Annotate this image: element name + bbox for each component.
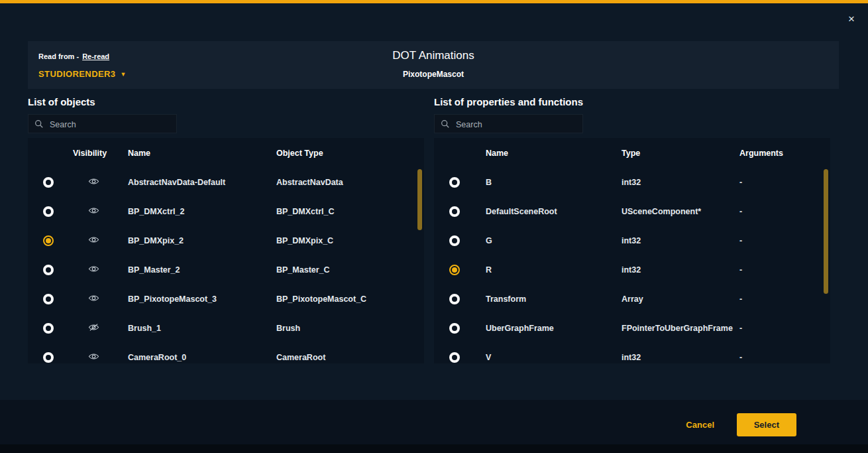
property-arguments: - xyxy=(739,324,830,333)
object-type: BP_PixotopeMascot_C xyxy=(276,294,424,304)
visibility-eye-icon[interactable] xyxy=(88,177,99,188)
table-row[interactable]: BP_Master_2BP_Master_C xyxy=(28,255,424,285)
row-select-radio[interactable] xyxy=(449,352,460,363)
property-name: B xyxy=(486,178,622,187)
objects-search-box xyxy=(28,114,177,133)
row-select-radio[interactable] xyxy=(43,352,54,363)
object-name: CameraRoot_0 xyxy=(128,353,276,362)
row-select-radio[interactable] xyxy=(449,177,460,188)
property-name: Transform xyxy=(486,294,622,304)
property-type: int32 xyxy=(622,353,739,362)
visibility-eye-icon[interactable] xyxy=(88,352,99,363)
table-row[interactable]: Brush_1Brush xyxy=(28,314,424,343)
visibility-eye-off-icon[interactable] xyxy=(88,323,99,334)
close-icon[interactable]: × xyxy=(844,12,859,27)
table-row[interactable]: Vint32- xyxy=(434,343,830,363)
object-type: AbstractNavData xyxy=(276,178,424,187)
objects-table-body: AbstractNavData-DefaultAbstractNavDataBP… xyxy=(28,168,424,363)
visibility-eye-icon[interactable] xyxy=(88,206,99,217)
dialog-subtitle: PixotopeMascot xyxy=(28,70,839,79)
property-name: V xyxy=(486,353,622,362)
object-name: BP_DMXctrl_2 xyxy=(128,207,276,216)
property-arguments: - xyxy=(739,178,830,187)
table-row[interactable]: Bint32- xyxy=(434,168,830,197)
table-row[interactable]: BP_PixotopeMascot_3BP_PixotopeMascot_C xyxy=(28,285,424,314)
table-row[interactable]: UberGraphFrameFPointerToUberGraphFrame- xyxy=(434,314,830,343)
property-arguments: - xyxy=(739,294,830,304)
property-name: UberGraphFrame xyxy=(486,324,622,333)
objects-table: Visibility Name Object Type AbstractNavD… xyxy=(28,138,424,363)
property-arguments: - xyxy=(739,353,830,362)
dialog-title-wrap: DOT Animations PixotopeMascot xyxy=(28,49,839,79)
dialog-header: Read from -Re-read STUDIORENDER3▼ DOT An… xyxy=(28,41,839,89)
table-row[interactable]: DefaultSceneRootUSceneComponent*- xyxy=(434,197,830,226)
property-arguments: - xyxy=(739,265,830,275)
property-arguments: - xyxy=(739,207,830,216)
object-type: BP_Master_C xyxy=(276,265,424,275)
column-header-visibility: Visibility xyxy=(73,149,128,158)
row-select-radio[interactable] xyxy=(43,235,54,246)
window-bottom-edge xyxy=(0,444,868,453)
column-header-type: Type xyxy=(622,149,739,158)
object-name: BP_Master_2 xyxy=(128,265,276,275)
row-select-radio[interactable] xyxy=(449,265,460,275)
select-button[interactable]: Select xyxy=(737,413,796,436)
column-header-arguments: Arguments xyxy=(739,149,830,158)
object-type: BP_DMXpix_C xyxy=(276,236,424,245)
properties-table: Name Type Arguments Bint32-DefaultSceneR… xyxy=(434,138,830,363)
row-select-radio[interactable] xyxy=(43,206,54,217)
properties-scrollbar-thumb[interactable] xyxy=(824,169,828,294)
row-select-radio[interactable] xyxy=(43,294,54,304)
object-name: AbstractNavData-Default xyxy=(128,178,276,187)
object-name: BP_PixotopeMascot_3 xyxy=(128,294,276,304)
property-arguments: - xyxy=(739,236,830,245)
objects-table-header: Visibility Name Object Type xyxy=(28,138,424,168)
property-name: R xyxy=(486,265,622,275)
table-row[interactable]: Rint32- xyxy=(434,255,830,285)
search-icon xyxy=(34,119,44,131)
column-header-name: Name xyxy=(128,149,276,158)
table-row[interactable]: CameraRoot_0CameraRoot xyxy=(28,343,424,363)
property-type: USceneComponent* xyxy=(622,207,739,216)
visibility-eye-icon[interactable] xyxy=(88,235,99,246)
objects-scrollbar-thumb[interactable] xyxy=(417,169,422,230)
properties-table-header: Name Type Arguments xyxy=(434,138,830,168)
properties-search-box xyxy=(434,114,583,133)
table-row[interactable]: BP_DMXpix_2BP_DMXpix_C xyxy=(28,226,424,255)
window-accent-bar xyxy=(0,0,868,3)
row-select-radio[interactable] xyxy=(43,265,54,275)
object-type: Brush xyxy=(276,324,424,333)
object-name: BP_DMXpix_2 xyxy=(128,236,276,245)
objects-panel-title: List of objects xyxy=(28,96,95,107)
column-header-object-type: Object Type xyxy=(276,149,424,158)
properties-panel-title: List of properties and functions xyxy=(434,96,583,107)
row-select-radio[interactable] xyxy=(449,323,460,334)
column-header-name: Name xyxy=(486,149,622,158)
properties-search-input[interactable] xyxy=(455,115,580,134)
table-row[interactable]: TransformArray- xyxy=(434,285,830,314)
row-select-radio[interactable] xyxy=(43,177,54,188)
property-type: FPointerToUberGraphFrame xyxy=(622,324,739,333)
properties-table-body: Bint32-DefaultSceneRootUSceneComponent*-… xyxy=(434,168,830,363)
row-select-radio[interactable] xyxy=(449,294,460,304)
row-select-radio[interactable] xyxy=(449,206,460,217)
table-row[interactable]: Gint32- xyxy=(434,226,830,255)
visibility-eye-icon[interactable] xyxy=(88,265,99,275)
property-name: G xyxy=(486,236,622,245)
dialog-title: DOT Animations xyxy=(28,49,839,62)
object-type: CameraRoot xyxy=(276,353,424,362)
cancel-button[interactable]: Cancel xyxy=(682,419,718,430)
property-type: int32 xyxy=(622,265,739,275)
row-select-radio[interactable] xyxy=(449,235,460,246)
property-type: int32 xyxy=(622,178,739,187)
table-row[interactable]: BP_DMXctrl_2BP_DMXctrl_C xyxy=(28,197,424,226)
property-type: Array xyxy=(622,294,739,304)
search-icon xyxy=(441,119,450,131)
table-row[interactable]: AbstractNavData-DefaultAbstractNavData xyxy=(28,168,424,197)
property-type: int32 xyxy=(622,236,739,245)
object-type: BP_DMXctrl_C xyxy=(276,207,424,216)
object-name: Brush_1 xyxy=(128,324,276,333)
objects-search-input[interactable] xyxy=(48,115,174,134)
row-select-radio[interactable] xyxy=(43,323,54,334)
visibility-eye-icon[interactable] xyxy=(88,294,99,304)
